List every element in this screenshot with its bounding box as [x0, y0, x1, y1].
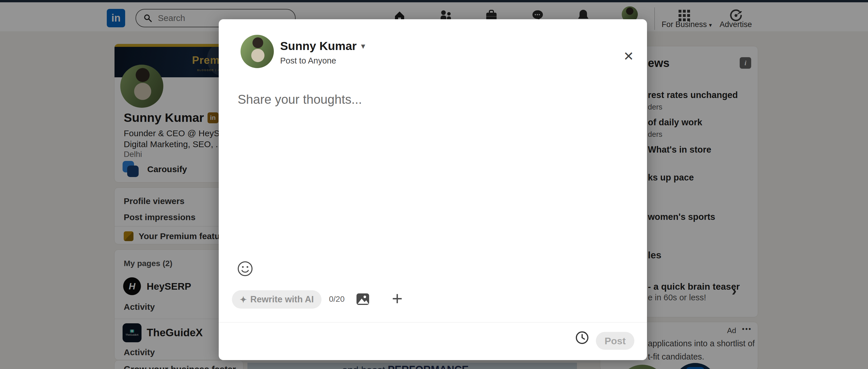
modal-author-avatar [241, 35, 274, 68]
rewrite-with-ai-button[interactable]: ✦ Rewrite with AI [232, 290, 321, 309]
close-icon[interactable]: ✕ [619, 47, 638, 65]
rewrite-label: Rewrite with AI [250, 294, 314, 305]
modal-author-dropdown[interactable]: Sunny Kumar ▾ [280, 39, 365, 53]
character-counter: 0/20 [329, 294, 345, 304]
modal-author-name: Sunny Kumar [280, 39, 357, 53]
emoji-button[interactable] [237, 261, 253, 277]
image-icon [355, 292, 370, 307]
modal-audience-label: Post to Anyone [280, 56, 336, 65]
smiley-icon [237, 261, 253, 277]
schedule-post-button[interactable] [575, 331, 589, 345]
sparkle-icon: ✦ [240, 294, 247, 305]
chevron-down-icon: ▾ [361, 42, 365, 51]
post-editor-placeholder[interactable]: Share your thoughts... [238, 92, 362, 107]
add-more-button[interactable]: + [389, 288, 406, 309]
add-media-button[interactable] [355, 292, 370, 307]
divider [219, 322, 647, 322]
post-button[interactable]: Post [596, 332, 634, 350]
clock-icon [575, 331, 589, 345]
create-post-modal: ✕ Sunny Kumar ▾ Post to Anyone Share you… [219, 19, 647, 360]
